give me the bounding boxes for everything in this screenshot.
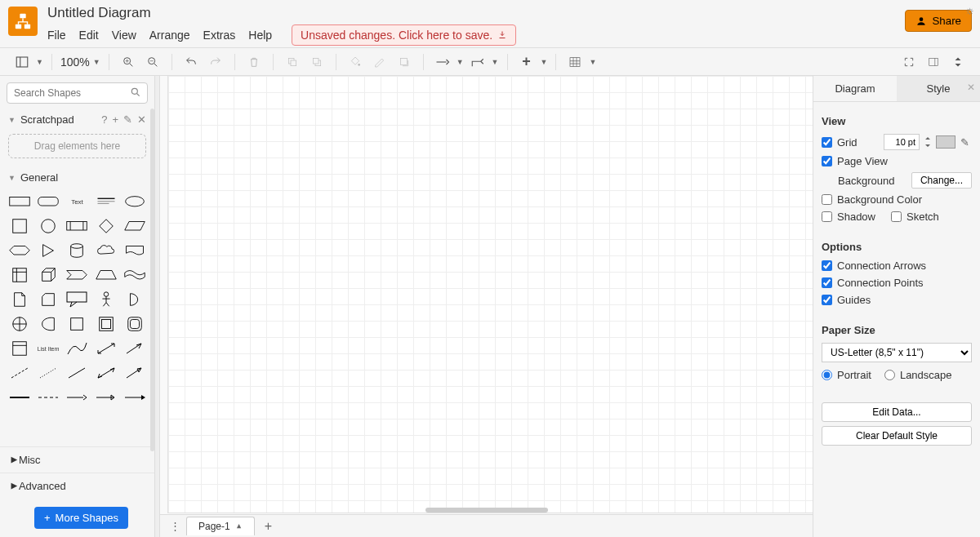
shadow-button[interactable] [394, 51, 415, 73]
sketch-checkbox[interactable] [891, 211, 902, 222]
to-back-button[interactable] [306, 51, 327, 73]
search-icon[interactable] [130, 87, 141, 98]
shape-ellipse[interactable] [122, 192, 148, 211]
menu-edit[interactable]: Edit [79, 29, 99, 42]
advanced-section[interactable]: ▼ Advanced [0, 473, 154, 499]
shape-cylinder[interactable] [65, 241, 90, 260]
shape-data-storage[interactable] [65, 314, 90, 334]
brightness-icon[interactable]: ☼ [964, 3, 975, 16]
fill-color-button[interactable] [345, 51, 366, 73]
shape-or[interactable] [7, 314, 32, 334]
portrait-radio[interactable] [822, 370, 832, 380]
shape-trapezoid[interactable] [93, 265, 118, 285]
search-shapes-input[interactable] [7, 82, 148, 104]
zoom-out-button[interactable] [142, 51, 163, 73]
shape-process[interactable] [65, 216, 90, 236]
shape-list-item[interactable]: List Item [35, 339, 60, 358]
shape-link[interactable] [7, 388, 32, 407]
shape-harrow-open[interactable] [65, 388, 90, 407]
menu-arrange[interactable]: Arrange [149, 29, 190, 42]
shape-cloud[interactable] [93, 241, 118, 260]
shape-actor[interactable] [93, 290, 118, 309]
add-page-button[interactable]: + [258, 519, 278, 534]
page-tab[interactable]: Page-1 ▼ [186, 517, 255, 535]
paper-size-select[interactable]: US-Letter (8,5" x 11") [822, 343, 972, 362]
stepper-icon[interactable] [924, 135, 931, 149]
shape-diamond[interactable] [93, 216, 118, 236]
chevron-down-icon[interactable]: ▼ [457, 58, 464, 66]
canvas-scrollbar[interactable] [425, 508, 548, 513]
shape-double-rounded[interactable] [122, 314, 148, 334]
connection-button[interactable] [432, 51, 453, 73]
shape-textbox[interactable] [93, 192, 118, 211]
shape-half-circle[interactable] [122, 290, 148, 309]
shape-triangle[interactable] [35, 241, 60, 260]
shape-parallelogram[interactable] [122, 216, 148, 236]
collapse-expand-button[interactable] [947, 51, 969, 73]
shape-internal-storage[interactable] [7, 265, 32, 285]
conn-arrows-checkbox[interactable] [822, 260, 832, 271]
shape-arrow[interactable] [122, 339, 148, 358]
table-button[interactable] [564, 51, 586, 73]
shape-text[interactable]: Text [65, 192, 90, 211]
shape-card[interactable] [35, 290, 60, 309]
shape-circle[interactable] [35, 216, 60, 236]
page-view-checkbox[interactable] [822, 156, 832, 166]
shape-tape[interactable] [122, 265, 148, 285]
shape-square[interactable] [7, 216, 32, 236]
grid-checkbox[interactable] [822, 137, 832, 148]
plus-icon[interactable]: + [112, 113, 118, 126]
line-color-button[interactable] [369, 51, 390, 73]
shape-hline-dashed[interactable] [35, 388, 60, 407]
shape-harrow-thin[interactable] [93, 388, 118, 407]
change-background-button[interactable]: Change... [911, 172, 972, 189]
insert-button[interactable]: + [516, 51, 537, 73]
menu-view[interactable]: View [112, 29, 136, 42]
close-icon[interactable]: ✕ [137, 113, 146, 126]
tab-diagram[interactable]: Diagram [813, 76, 897, 101]
shape-step[interactable] [65, 265, 90, 285]
chevron-down-icon[interactable]: ▼ [492, 58, 499, 66]
misc-section[interactable]: ▼ Misc [0, 446, 154, 473]
canvas-paper[interactable] [168, 76, 813, 513]
scratchpad-dropzone[interactable]: Drag elements here [8, 134, 146, 158]
tab-style[interactable]: Style✕ [897, 76, 980, 101]
shape-dotted-line[interactable] [35, 363, 60, 383]
shape-curve[interactable] [65, 339, 90, 358]
help-icon[interactable]: ? [101, 113, 107, 126]
pencil-icon[interactable]: ✎ [123, 113, 132, 126]
edit-data-button[interactable]: Edit Data... [822, 402, 972, 422]
chevron-down-icon[interactable]: ▼ [541, 58, 548, 66]
shape-line[interactable] [65, 363, 90, 383]
general-section-header[interactable]: ▼ General [0, 166, 154, 187]
shape-bidir-arrow[interactable] [93, 339, 118, 358]
scratchpad-header[interactable]: ▼ Scratchpad ? + ✎ ✕ [0, 110, 154, 129]
pages-menu-icon[interactable]: ⋮ [167, 520, 183, 532]
shape-rounded-rect[interactable] [35, 192, 60, 211]
guides-checkbox[interactable] [822, 295, 832, 305]
shape-cube[interactable] [35, 265, 60, 285]
shape-list[interactable] [7, 339, 32, 358]
menu-file[interactable]: File [47, 29, 66, 42]
unsaved-changes-button[interactable]: Unsaved changes. Click here to save. [292, 24, 516, 46]
chevron-down-icon[interactable]: ▼ [589, 58, 596, 66]
landscape-radio[interactable] [884, 370, 895, 380]
to-front-button[interactable] [282, 51, 303, 73]
chevron-down-icon[interactable]: ▼ [36, 58, 43, 66]
zoom-dropdown[interactable]: 100% ▼ [60, 55, 100, 69]
grid-color-swatch[interactable] [936, 135, 956, 149]
shape-double-rect[interactable] [93, 314, 118, 334]
sidebar-scrollbar[interactable] [150, 109, 154, 451]
grid-size-input[interactable] [884, 134, 920, 150]
redo-button[interactable] [205, 51, 226, 73]
undo-button[interactable] [180, 51, 202, 73]
bg-color-checkbox[interactable] [822, 194, 832, 205]
zoom-in-button[interactable] [118, 51, 139, 73]
shape-directional[interactable] [122, 363, 148, 383]
menu-help[interactable]: Help [248, 29, 272, 42]
shape-callout[interactable] [65, 290, 90, 309]
more-shapes-button[interactable]: + More Shapes [34, 507, 128, 529]
shape-document[interactable] [122, 241, 148, 260]
waypoints-button[interactable] [467, 51, 488, 73]
shape-note[interactable] [7, 290, 32, 309]
